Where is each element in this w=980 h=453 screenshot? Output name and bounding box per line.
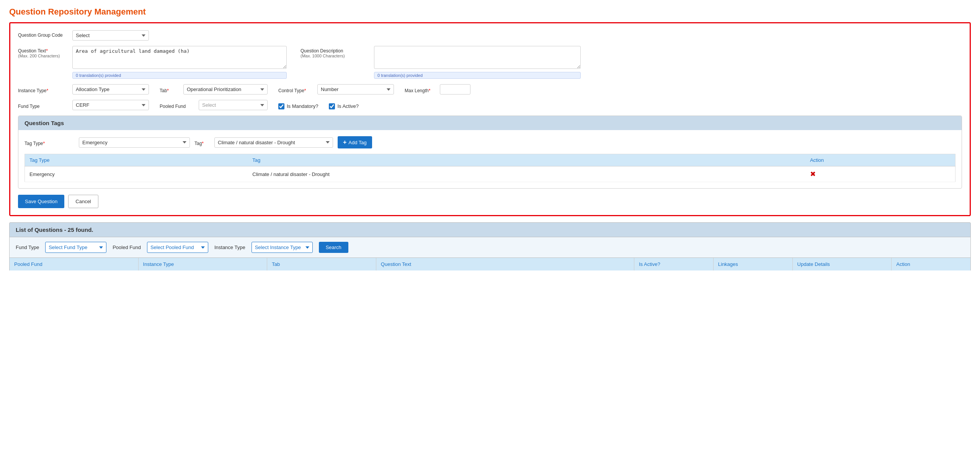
tag-value-select[interactable]: Climate / natural disaster - Drought bbox=[214, 137, 333, 148]
tag-type-select[interactable]: Emergency bbox=[79, 137, 190, 148]
col-tag-header: Tag bbox=[248, 154, 805, 166]
list-pooled-fund-select[interactable]: Select Pooled Fund bbox=[147, 242, 208, 253]
question-text-row: Question Text* (Max. 200 Characters) Are… bbox=[18, 46, 962, 79]
tab-select[interactable]: Operational Prioritization bbox=[183, 84, 268, 95]
tag-cell: Climate / natural disaster - Drought bbox=[248, 166, 805, 182]
tab-label: Tab* bbox=[160, 86, 179, 93]
list-table-header: Pooled Fund Instance Type Tab Question T… bbox=[9, 257, 971, 270]
col-linkages: Linkages bbox=[714, 258, 793, 270]
max-length-input[interactable]: 6 bbox=[440, 84, 470, 95]
question-group-code-row: Question Group Code Select bbox=[18, 30, 962, 41]
question-desc-input[interactable] bbox=[374, 46, 581, 69]
list-instance-type-label: Instance Type bbox=[214, 244, 245, 250]
search-button[interactable]: Search bbox=[319, 242, 348, 253]
instance-type-select[interactable]: Allocation Type bbox=[72, 84, 149, 95]
cancel-button[interactable]: Cancel bbox=[68, 195, 98, 208]
col-update-details: Update Details bbox=[793, 258, 892, 270]
tags-body: Tag Type* Emergency Tag* Climate / natur… bbox=[18, 130, 962, 188]
tag-type-cell: Emergency bbox=[25, 166, 248, 182]
fund-type-row: Fund Type CERF Pooled Fund Select Is Man… bbox=[18, 100, 962, 110]
list-fund-type-select[interactable]: Select Fund Type bbox=[45, 242, 106, 253]
question-desc-label: Question Description (Max. 1000 Characte… bbox=[301, 46, 369, 58]
question-text-label: Question Text* (Max. 200 Characters) bbox=[18, 46, 68, 58]
tags-section-title: Question Tags bbox=[18, 116, 962, 130]
action-buttons: Save Question Cancel bbox=[18, 195, 962, 208]
col-question-text: Question Text bbox=[376, 258, 634, 270]
delete-tag-button[interactable]: ✖ bbox=[810, 170, 816, 178]
list-title: List of Questions - 25 found. bbox=[9, 222, 971, 237]
tag-type-form-label: Tag Type* bbox=[24, 139, 74, 146]
question-group-code-select[interactable]: Select bbox=[72, 30, 149, 41]
fund-type-label: Fund Type bbox=[18, 101, 68, 109]
add-tag-button[interactable]: + Add Tag bbox=[338, 136, 372, 148]
form-panel: Question Group Code Select Question Text… bbox=[9, 22, 971, 216]
is-active-checkbox[interactable] bbox=[329, 103, 335, 109]
question-tags-section: Question Tags Tag Type* Emergency Tag* C… bbox=[18, 116, 962, 189]
question-text-input[interactable]: Area of agricultural land damaged (ha) bbox=[72, 46, 287, 69]
plus-icon: + bbox=[343, 139, 346, 146]
table-row: Emergency Climate / natural disaster - D… bbox=[25, 166, 956, 182]
list-filter-row: Fund Type Select Fund Type Pooled Fund S… bbox=[9, 237, 971, 257]
is-mandatory-checkbox[interactable] bbox=[278, 103, 284, 109]
col-action: Action bbox=[892, 258, 970, 270]
question-desc-translations[interactable]: 0 translation(s) provided bbox=[374, 72, 581, 79]
list-pooled-fund-label: Pooled Fund bbox=[113, 244, 141, 250]
action-cell: ✖ bbox=[805, 166, 956, 182]
list-instance-type-select[interactable]: Select Instance Type bbox=[252, 242, 313, 253]
control-type-label: Control Type* bbox=[278, 86, 313, 93]
fund-type-select[interactable]: CERF bbox=[72, 100, 149, 110]
tags-form-row: Tag Type* Emergency Tag* Climate / natur… bbox=[24, 136, 956, 148]
col-tag-type-header: Tag Type bbox=[25, 154, 248, 166]
instance-type-label: Instance Type* bbox=[18, 86, 68, 93]
col-pooled-fund: Pooled Fund bbox=[10, 258, 139, 270]
question-text-translations[interactable]: 0 translation(s) provided bbox=[72, 72, 287, 79]
pooled-fund-select[interactable]: Select bbox=[199, 100, 268, 110]
col-is-active: Is Active? bbox=[634, 258, 714, 270]
is-mandatory-group: Is Mandatory? bbox=[278, 101, 318, 109]
control-type-select[interactable]: Number bbox=[317, 84, 394, 95]
pooled-fund-label: Pooled Fund bbox=[160, 101, 194, 109]
is-active-group: Is Active? bbox=[329, 101, 359, 109]
page-title: Question Repository Management bbox=[9, 7, 971, 17]
list-fund-type-label: Fund Type bbox=[16, 244, 39, 250]
tags-table: Tag Type Tag Action Emergency Climate / … bbox=[24, 154, 956, 182]
question-group-code-label: Question Group Code bbox=[18, 30, 68, 38]
col-tab: Tab bbox=[267, 258, 376, 270]
is-mandatory-label: Is Mandatory? bbox=[287, 103, 318, 109]
instance-type-row: Instance Type* Allocation Type Tab* Oper… bbox=[18, 84, 962, 95]
list-panel: List of Questions - 25 found. Fund Type … bbox=[9, 222, 971, 270]
max-length-label: Max Length* bbox=[405, 86, 435, 93]
col-action-header: Action bbox=[805, 154, 956, 166]
is-active-label: Is Active? bbox=[337, 103, 359, 109]
tag-form-label: Tag* bbox=[194, 139, 210, 146]
col-instance-type: Instance Type bbox=[139, 258, 268, 270]
save-question-button[interactable]: Save Question bbox=[18, 195, 64, 208]
